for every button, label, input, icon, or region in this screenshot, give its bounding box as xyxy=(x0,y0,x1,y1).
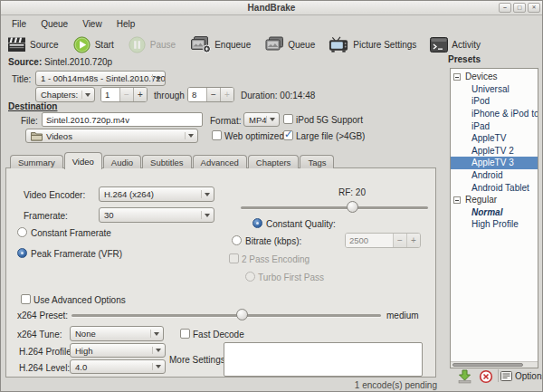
bitrate-radio[interactable] xyxy=(232,235,242,245)
constant-framerate-label: Constant Framerate xyxy=(31,228,111,238)
preset-item[interactable]: Universal xyxy=(451,83,538,96)
tree-expander-icon[interactable] xyxy=(453,73,461,81)
divider xyxy=(498,369,499,382)
preset-item[interactable]: iPhone & iPod touch xyxy=(451,108,538,120)
activity-button[interactable]: Activity xyxy=(430,37,481,53)
tab-video[interactable]: Video xyxy=(64,152,102,169)
menu-queue[interactable]: Queue xyxy=(33,18,75,30)
title-dropdown[interactable]: 1 - 00h14m48s - Sintel.2010.720p xyxy=(35,71,166,86)
remove-preset-button[interactable] xyxy=(477,368,495,385)
framerate-label: Framerate: xyxy=(24,211,68,221)
add-preset-button[interactable] xyxy=(455,368,473,385)
preset-item[interactable]: Android xyxy=(451,169,538,182)
increment-icon[interactable] xyxy=(133,88,147,101)
use-advanced-options-checkbox[interactable] xyxy=(21,294,31,304)
preset-item[interactable]: AppleTV 3 xyxy=(451,157,538,169)
constant-quality-label: Constant Quality: xyxy=(266,219,336,229)
x264-preset-value: medium xyxy=(386,311,419,320)
web-optimized-label: Web optimized xyxy=(224,131,284,141)
decrement-icon[interactable] xyxy=(119,88,133,101)
framerate-dropdown[interactable]: 30 xyxy=(99,207,214,223)
video-source-icon xyxy=(7,36,26,53)
quality-slider-handle[interactable] xyxy=(347,201,358,213)
increment-icon xyxy=(406,234,420,247)
scrollbar-thumb[interactable] xyxy=(452,363,523,367)
enqueue-button[interactable]: Enqueue xyxy=(189,35,251,53)
x264-preset-slider-handle[interactable] xyxy=(236,309,248,320)
duration-value: 00:14:48 xyxy=(280,91,315,100)
preset-item[interactable]: Normal xyxy=(451,206,538,219)
preset-options-label: Options xyxy=(515,371,543,381)
source-value: Sintel.2010.720p xyxy=(44,57,112,67)
remove-preset-icon xyxy=(479,369,493,384)
duration-label: Duration: xyxy=(241,91,278,100)
video-encoder-dropdown[interactable]: H.264 (x264) xyxy=(99,186,214,202)
title-label: Title: xyxy=(12,74,31,84)
preset-item[interactable]: Devices xyxy=(451,71,538,83)
fast-decode-checkbox[interactable] xyxy=(180,329,190,339)
tab-bar: Summary Video Audio Subtitles Advanced C… xyxy=(10,152,335,168)
ipod-support-checkbox[interactable] xyxy=(283,114,293,124)
h264-profile-dropdown[interactable]: High xyxy=(70,343,166,358)
web-optimized-checkbox[interactable] xyxy=(212,130,222,140)
preset-item[interactable]: AppleTV xyxy=(451,132,538,145)
close-icon[interactable] xyxy=(528,3,540,13)
chapter-start-spinner[interactable]: 1 xyxy=(100,87,148,102)
tab-tags[interactable]: Tags xyxy=(300,155,334,168)
tree-expander-icon[interactable] xyxy=(453,196,461,204)
menu-view[interactable]: View xyxy=(75,18,110,30)
menu-help[interactable]: Help xyxy=(110,18,143,30)
minimize-icon[interactable] xyxy=(499,3,511,13)
constant-quality-radio[interactable] xyxy=(252,218,262,228)
preset-item[interactable]: Android Tablet xyxy=(451,181,538,194)
x264-tune-dropdown[interactable]: None xyxy=(70,326,164,341)
preset-item[interactable]: High Profile xyxy=(451,218,538,231)
add-preset-icon xyxy=(457,369,472,384)
chapter-end-spinner[interactable]: 8 xyxy=(187,87,234,102)
title-bar[interactable]: HandBrake xyxy=(1,1,542,15)
preset-item[interactable]: AppleTV 2 xyxy=(451,145,538,158)
range-type-dropdown[interactable]: Chapters: xyxy=(35,87,95,102)
preset-item[interactable]: Regular xyxy=(451,194,538,206)
x264-preset-slider-track[interactable] xyxy=(71,314,381,317)
picture-settings-button[interactable]: Picture Settings xyxy=(329,36,416,53)
chapter-start-value: 1 xyxy=(101,88,119,101)
destination-folder-dropdown[interactable]: Videos xyxy=(25,129,198,143)
tab-chapters[interactable]: Chapters xyxy=(248,155,300,168)
presets-panel-title: Presets xyxy=(448,54,481,64)
rf-value-label: RF: 20 xyxy=(325,187,379,197)
preset-item[interactable]: iPod xyxy=(451,95,538,108)
queue-button-label: Queue xyxy=(288,40,315,50)
tab-audio[interactable]: Audio xyxy=(103,155,141,168)
presets-horizontal-scrollbar[interactable] xyxy=(451,361,538,368)
more-settings-textarea[interactable] xyxy=(224,342,423,377)
source-button[interactable]: Source xyxy=(7,36,59,53)
pause-button: Pause xyxy=(128,35,176,54)
destination-folder-value: Videos xyxy=(46,131,72,141)
file-name-value: Sintel.2010.720p.m4v xyxy=(46,115,129,125)
h264-level-label: H.264 Level: xyxy=(19,363,70,373)
preset-item[interactable]: iPad xyxy=(451,120,538,132)
tab-advanced[interactable]: Advanced xyxy=(193,155,247,168)
constant-framerate-radio[interactable] xyxy=(17,227,27,237)
tab-subtitles[interactable]: Subtitles xyxy=(142,155,191,168)
quality-slider-track[interactable] xyxy=(241,206,428,209)
file-name-input[interactable]: Sintel.2010.720p.m4v xyxy=(42,112,203,127)
file-label: File: xyxy=(21,116,38,126)
queue-button[interactable]: Queue xyxy=(264,36,315,53)
format-dropdown[interactable]: MP4 xyxy=(243,112,280,127)
maximize-icon[interactable] xyxy=(513,3,526,13)
tab-summary[interactable]: Summary xyxy=(10,155,63,168)
preset-options-button[interactable]: Options xyxy=(500,368,543,384)
decrement-icon[interactable] xyxy=(206,88,220,101)
large-file-checkbox[interactable] xyxy=(283,130,293,140)
peak-framerate-radio[interactable] xyxy=(17,248,27,258)
h264-level-dropdown[interactable]: 4.0 xyxy=(70,359,166,374)
increment-icon[interactable] xyxy=(220,88,233,101)
start-button[interactable]: Start xyxy=(72,35,114,54)
framerate-value: 30 xyxy=(104,210,114,220)
preset-item-label: iPhone & iPod touch xyxy=(472,109,538,119)
menu-file[interactable]: File xyxy=(5,18,33,30)
preset-item-label: iPod xyxy=(472,96,490,106)
two-pass-checkbox xyxy=(229,253,239,263)
